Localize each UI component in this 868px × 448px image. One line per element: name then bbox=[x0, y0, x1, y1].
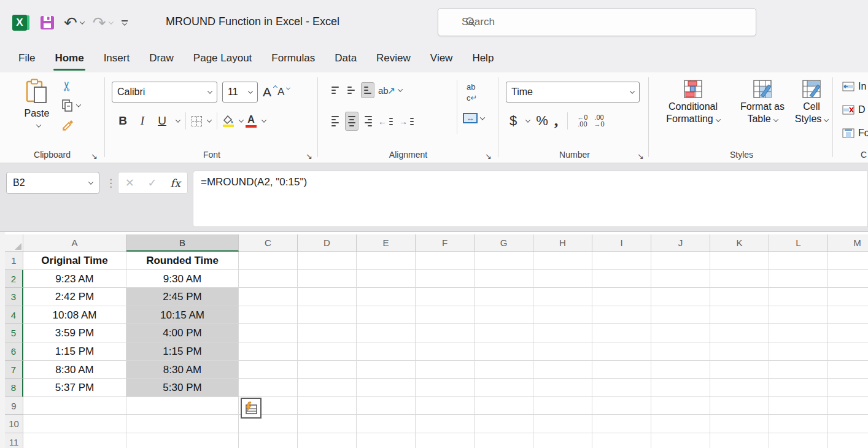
increase-decimal-button[interactable]: ←0.00 bbox=[577, 114, 587, 128]
col-header-C[interactable]: C bbox=[239, 234, 298, 252]
cell-J6[interactable] bbox=[651, 342, 710, 361]
font-color-button[interactable]: A bbox=[246, 115, 257, 128]
tab-file[interactable]: File bbox=[9, 46, 45, 72]
align-left-button[interactable] bbox=[329, 112, 341, 130]
increase-indent-button[interactable]: → bbox=[399, 114, 416, 129]
tab-page-layout[interactable]: Page Layout bbox=[184, 46, 262, 72]
cell-A6[interactable]: 1:15 PM bbox=[23, 342, 126, 361]
cell-E4[interactable] bbox=[357, 306, 416, 325]
cell-G11[interactable] bbox=[475, 433, 533, 448]
cell-B2[interactable]: 9:30 AM bbox=[126, 270, 239, 288]
cell-I4[interactable] bbox=[592, 306, 651, 325]
cell-styles-button[interactable]: Cell Styles bbox=[793, 80, 830, 125]
cell-L9[interactable] bbox=[769, 397, 828, 415]
format-cells-button[interactable]: Fo bbox=[842, 128, 868, 139]
cell-J5[interactable] bbox=[651, 324, 710, 342]
chevron-down-icon[interactable] bbox=[76, 102, 81, 107]
cell-A2[interactable]: 9:23 AM bbox=[23, 270, 126, 288]
select-all-corner[interactable] bbox=[5, 234, 23, 252]
row-header-4[interactable]: 4 bbox=[5, 306, 23, 325]
chevron-down-icon[interactable] bbox=[176, 117, 180, 122]
cell-D8[interactable] bbox=[298, 379, 357, 397]
cell-J8[interactable] bbox=[651, 379, 710, 397]
cell-J7[interactable] bbox=[651, 361, 710, 379]
cell-H4[interactable] bbox=[533, 306, 592, 325]
align-right-button[interactable] bbox=[362, 112, 374, 130]
col-header-K[interactable]: K bbox=[710, 234, 769, 252]
col-header-A[interactable]: A bbox=[23, 234, 126, 252]
col-header-F[interactable]: F bbox=[416, 234, 475, 252]
cell-B9[interactable] bbox=[126, 397, 239, 415]
cell-K7[interactable] bbox=[710, 361, 769, 379]
cell-D9[interactable] bbox=[298, 397, 357, 415]
cell-B3[interactable]: 2:45 PM bbox=[126, 288, 239, 306]
cell-F10[interactable] bbox=[416, 415, 475, 433]
cell-M2[interactable] bbox=[828, 270, 868, 288]
decrease-decimal-button[interactable]: .00→0 bbox=[594, 114, 604, 128]
enter-icon[interactable]: ✓ bbox=[148, 176, 157, 190]
customize-quick-access-button[interactable] bbox=[122, 11, 128, 34]
col-header-D[interactable]: D bbox=[298, 234, 357, 252]
cell-G6[interactable] bbox=[475, 342, 533, 361]
cell-E3[interactable] bbox=[357, 288, 416, 306]
tab-view[interactable]: View bbox=[420, 46, 463, 72]
merge-center-button[interactable]: ↔ bbox=[463, 113, 478, 123]
cell-E2[interactable] bbox=[357, 270, 416, 288]
formula-input[interactable]: =MROUND(A2, "0:15") bbox=[193, 171, 868, 227]
cell-H2[interactable] bbox=[533, 270, 592, 288]
cell-A7[interactable]: 8:30 AM bbox=[23, 361, 126, 379]
cancel-icon[interactable]: ✕ bbox=[125, 176, 134, 190]
col-header-G[interactable]: G bbox=[475, 234, 533, 252]
cell-D5[interactable] bbox=[298, 324, 357, 342]
cell-F9[interactable] bbox=[416, 397, 475, 415]
cell-B5[interactable]: 4:00 PM bbox=[126, 324, 239, 342]
cell-M6[interactable] bbox=[828, 342, 868, 361]
underline-button[interactable]: U bbox=[153, 114, 171, 128]
cell-J11[interactable] bbox=[651, 433, 710, 448]
number-dialog-launcher-icon[interactable]: ↘ bbox=[637, 152, 644, 160]
cell-F5[interactable] bbox=[416, 324, 475, 342]
cell-E10[interactable] bbox=[357, 415, 416, 433]
cell-I1[interactable] bbox=[592, 252, 651, 270]
conditional-formatting-button[interactable]: Conditional Formatting bbox=[659, 80, 727, 125]
cell-A3[interactable]: 2:42 PM bbox=[23, 288, 126, 306]
cell-I5[interactable] bbox=[592, 324, 651, 342]
formula-bar-drag-dots-icon[interactable]: ⋮ bbox=[106, 177, 116, 190]
col-header-H[interactable]: H bbox=[533, 234, 592, 252]
quick-analysis-button[interactable] bbox=[241, 398, 262, 419]
cell-F7[interactable] bbox=[416, 361, 475, 379]
cell-B6[interactable]: 1:15 PM bbox=[126, 342, 239, 361]
redo-button[interactable]: ↷ bbox=[93, 11, 113, 34]
cell-K11[interactable] bbox=[710, 433, 769, 448]
cell-G7[interactable] bbox=[475, 361, 533, 379]
chevron-down-icon[interactable] bbox=[262, 117, 266, 122]
cell-I7[interactable] bbox=[592, 361, 651, 379]
col-header-I[interactable]: I bbox=[592, 234, 651, 252]
cell-A11[interactable] bbox=[23, 433, 126, 448]
clipboard-dialog-launcher-icon[interactable]: ↘ bbox=[91, 152, 98, 160]
cell-B1[interactable]: Rounded Time bbox=[126, 252, 239, 270]
tab-draw[interactable]: Draw bbox=[139, 46, 184, 72]
cell-F8[interactable] bbox=[416, 379, 475, 397]
cell-L3[interactable] bbox=[769, 288, 828, 306]
row-header-8[interactable]: 8 bbox=[5, 379, 23, 397]
cell-D7[interactable] bbox=[298, 361, 357, 379]
format-as-table-button[interactable]: Format as Table bbox=[734, 80, 791, 125]
chevron-down-icon[interactable] bbox=[36, 122, 41, 127]
cell-K9[interactable] bbox=[710, 397, 769, 415]
decrease-indent-button[interactable]: ← bbox=[378, 114, 395, 129]
cell-M7[interactable] bbox=[828, 361, 868, 379]
bold-button[interactable]: B bbox=[114, 114, 131, 128]
chevron-down-icon[interactable] bbox=[525, 117, 530, 122]
cell-E6[interactable] bbox=[357, 342, 416, 361]
cell-C8[interactable] bbox=[239, 379, 298, 397]
cell-D6[interactable] bbox=[298, 342, 357, 361]
percent-style-button[interactable]: % bbox=[536, 113, 548, 129]
cell-G2[interactable] bbox=[475, 270, 533, 288]
cell-H3[interactable] bbox=[533, 288, 592, 306]
excel-logo[interactable]: X bbox=[12, 11, 31, 34]
cell-J3[interactable] bbox=[651, 288, 710, 306]
cell-C11[interactable] bbox=[239, 433, 298, 448]
cell-I10[interactable] bbox=[592, 415, 651, 433]
cell-G10[interactable] bbox=[475, 415, 533, 433]
